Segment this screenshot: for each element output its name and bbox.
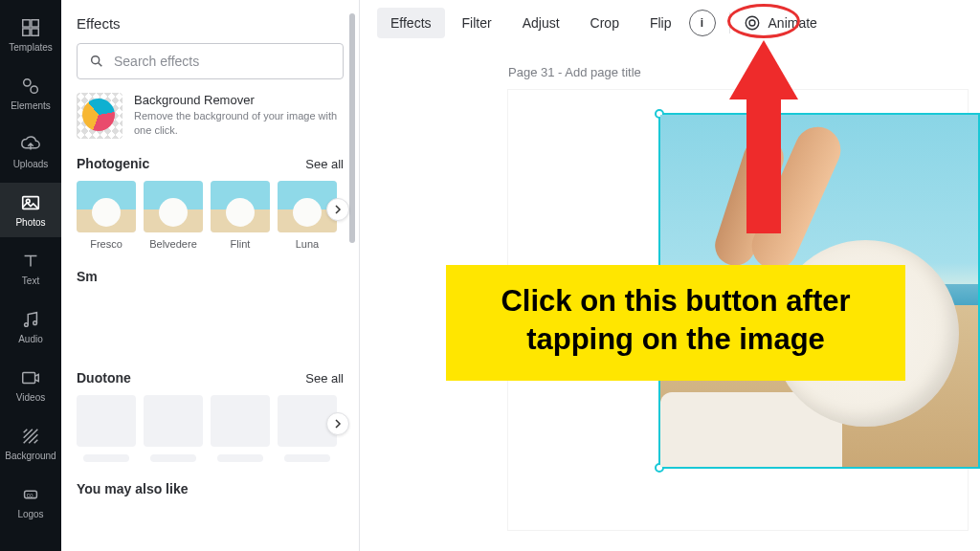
panel-scrollbar[interactable] [349, 13, 355, 243]
section-title: Photogenic [77, 156, 149, 171]
scroll-right-button[interactable] [326, 412, 349, 435]
duotone-item[interactable] [211, 395, 270, 462]
info-button[interactable]: i [689, 10, 716, 36]
svg-point-5 [31, 86, 37, 93]
sidebar-item-label: Photos [15, 217, 45, 228]
svg-point-9 [33, 321, 37, 325]
see-all-link[interactable]: See all [305, 157, 344, 171]
bg-remover-desc: Remove the background of your image with… [134, 109, 344, 138]
sidebar-item-label: Elements [11, 100, 51, 111]
templates-icon [20, 17, 41, 38]
sidebar-item-label: Text [22, 276, 39, 286]
search-input[interactable] [114, 54, 331, 69]
sidebar-item-uploads[interactable]: Uploads [0, 124, 61, 179]
panel-title: Effects [77, 15, 344, 32]
tool-filter[interactable]: Filter [449, 8, 505, 38]
chevron-right-icon [333, 419, 343, 429]
elements-icon [20, 76, 41, 97]
tool-crop[interactable]: Crop [577, 8, 633, 38]
page-label[interactable]: Page 31 - Add page title [508, 65, 641, 79]
sidebar-item-audio[interactable]: Audio [0, 299, 61, 354]
svg-point-15 [749, 20, 755, 26]
section-smart: Sm [77, 269, 344, 294]
svg-text:co.: co. [27, 492, 35, 498]
svg-point-14 [746, 16, 759, 30]
section-title: You may also like [77, 481, 188, 496]
section-duotone: Duotone See all [77, 370, 344, 462]
main-area: Effects Filter Adjust Crop Flip i Animat… [360, 0, 980, 551]
tool-effects[interactable]: Effects [377, 8, 445, 38]
photos-icon [20, 192, 41, 213]
sidebar-item-label: Uploads [13, 159, 49, 169]
section-title: Duotone [77, 370, 131, 386]
search-icon [89, 54, 104, 69]
sidebar-item-label: Videos [16, 392, 45, 403]
text-icon [20, 251, 41, 272]
svg-rect-2 [23, 29, 30, 35]
image-toolbar: Effects Filter Adjust Crop Flip i Animat… [360, 0, 980, 46]
sidebar-item-videos[interactable]: Videos [0, 358, 61, 412]
sidebar-item-label: Audio [18, 334, 43, 344]
svg-point-8 [25, 323, 29, 327]
sidebar-item-label: Templates [9, 42, 53, 53]
scroll-right-button[interactable] [326, 198, 349, 221]
sidebar-item-label: Background [5, 451, 56, 461]
audio-icon [20, 309, 41, 330]
background-remover[interactable]: Background Remover Remove the background… [77, 93, 344, 139]
sidebar-item-label: Logos [17, 509, 43, 519]
svg-rect-0 [23, 20, 30, 27]
sidebar-item-background[interactable]: Background [0, 416, 61, 471]
left-sidebar: Templates Elements Uploads Photos Text A… [0, 0, 61, 551]
search-effects[interactable] [77, 43, 344, 79]
tool-adjust[interactable]: Adjust [509, 8, 573, 38]
bg-remover-title: Background Remover [134, 93, 344, 107]
tool-flip[interactable]: Flip [636, 8, 685, 38]
svg-rect-3 [32, 29, 38, 35]
effects-panel: Effects Background Remover Remove the ba… [61, 0, 360, 551]
sidebar-item-text[interactable]: Text [0, 241, 61, 296]
sidebar-item-templates[interactable]: Templates [0, 8, 61, 62]
section-photogenic: Photogenic See all Fresco Belvedere Flin… [77, 156, 344, 250]
section-title: Sm [77, 269, 98, 284]
uploads-icon [20, 134, 41, 155]
chevron-right-icon [333, 205, 343, 214]
duotone-item[interactable] [144, 395, 203, 462]
svg-point-13 [92, 56, 100, 64]
duotone-item[interactable] [77, 395, 136, 462]
sidebar-item-logos[interactable]: co. Logos [0, 474, 61, 529]
toolbar-divider [729, 12, 730, 33]
svg-point-4 [24, 79, 31, 86]
effect-flint[interactable]: Flint [211, 181, 270, 250]
annotation-callout: Click on this button after tapping on th… [446, 265, 905, 381]
sidebar-item-elements[interactable]: Elements [0, 66, 61, 121]
logos-icon: co. [20, 484, 41, 505]
effect-fresco[interactable]: Fresco [77, 181, 136, 250]
effect-belvedere[interactable]: Belvedere [144, 181, 203, 250]
svg-rect-10 [23, 373, 35, 384]
animate-button[interactable]: Animate [744, 14, 817, 32]
sidebar-item-photos[interactable]: Photos [0, 183, 61, 237]
background-icon [20, 426, 41, 447]
svg-rect-1 [32, 20, 38, 27]
videos-icon [20, 367, 41, 388]
info-icon: i [701, 16, 703, 30]
see-all-link[interactable]: See all [305, 371, 344, 386]
animate-icon [744, 14, 761, 32]
callout-text: Click on this button after tapping on th… [473, 282, 879, 358]
section-youmay: You may also like [77, 481, 344, 506]
bg-remover-thumb [77, 93, 122, 139]
